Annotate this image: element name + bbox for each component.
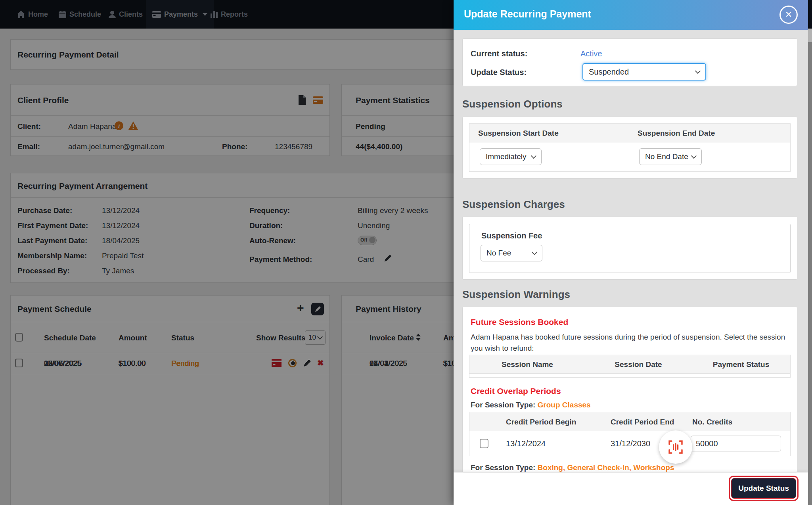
col-credit-begin: Credit Period Begin [506, 418, 576, 426]
credit-row-checkbox[interactable] [480, 439, 488, 448]
col-session-date: Session Date [585, 360, 691, 369]
suspension-start-select[interactable]: Immediately [480, 148, 542, 165]
chevron-down-icon [695, 68, 701, 74]
scrollbar-thumb[interactable] [808, 29, 812, 42]
credit-period-end: 31/12/2030 [611, 439, 650, 448]
session-type-line-2: For Session Type: Boxing, General Check-… [471, 463, 674, 472]
update-status-button[interactable]: Update Status [731, 478, 796, 499]
suspension-options-heading: Suspension Options [462, 98, 563, 110]
update-status-label: Update Status: [471, 68, 527, 77]
modal-footer: Update Status [454, 472, 808, 505]
col-session-name: Session Name [469, 360, 585, 369]
modal-body: Current status: Active Update Status: Su… [454, 30, 808, 472]
session-type-label: For Session Type: [471, 401, 535, 409]
session-type-label: For Session Type: [471, 463, 535, 472]
current-status-value: Active [580, 49, 602, 58]
future-sessions-title: Future Sessions Booked [471, 317, 568, 327]
modal-header: Update Recurring Payment ✕ [454, 0, 808, 30]
credit-overlap-title: Credit Overlap Periods [471, 386, 561, 396]
update-recurring-payment-modal: Update Recurring Payment ✕ Current statu… [454, 0, 808, 505]
suspension-fee-value: No Fee [486, 249, 511, 257]
col-no-credits: No. Credits [692, 418, 732, 426]
suspension-end-value: No End Date [645, 152, 688, 161]
session-type-group-2: Boxing, General Check-In, Workshops [538, 463, 674, 472]
col-credit-end: Credit Period End [611, 418, 674, 426]
session-type-line-1: For Session Type: Group Classes [471, 401, 591, 409]
chevron-down-icon [531, 153, 536, 159]
current-status-label: Current status: [471, 49, 527, 58]
suspension-charges-heading: Suspension Charges [462, 198, 565, 211]
suspension-warnings-heading: Suspension Warnings [462, 288, 570, 301]
credit-period-begin: 13/12/2024 [506, 439, 546, 448]
credits-input[interactable] [691, 436, 781, 451]
page-scrollbar [808, 0, 812, 505]
suspension-start-value: Immediately [486, 152, 526, 161]
col-suspension-start: Suspension Start Date [478, 129, 559, 138]
update-status-select[interactable]: Suspended [582, 63, 706, 81]
suspension-charges-card: Suspension Fee No Fee [462, 216, 797, 280]
credit-overlap-row: 13/12/2024 31/12/2030 [469, 431, 790, 456]
suspension-fee-label: Suspension Fee [481, 231, 542, 240]
status-card: Current status: Active Update Status: Su… [462, 38, 797, 86]
suspension-fee-select[interactable]: No Fee [481, 245, 542, 261]
col-suspension-end: Suspension End Date [638, 129, 715, 138]
suspension-options-card: Suspension Start Date Suspension End Dat… [462, 117, 797, 179]
chevron-down-icon [691, 153, 697, 159]
modal-title: Update Recurring Payment [464, 8, 591, 20]
close-icon[interactable]: ✕ [779, 6, 798, 24]
scrollbar-track [808, 42, 812, 505]
future-sessions-description: Adam Hapana has booked future sessions d… [471, 332, 790, 353]
col-payment-status: Payment Status [691, 360, 791, 369]
scrollbar-track-top [808, 0, 812, 29]
chevron-down-icon [532, 250, 537, 255]
update-status-button-ring: Update Status [729, 476, 799, 501]
update-status-value: Suspended [589, 67, 629, 77]
suspension-end-select[interactable]: No End Date [639, 148, 702, 165]
session-type-group-1: Group Classes [538, 401, 591, 409]
barcode-cursor-icon [659, 430, 692, 464]
suspension-warnings-card: Future Sessions Booked Adam Hapana has b… [462, 307, 797, 472]
